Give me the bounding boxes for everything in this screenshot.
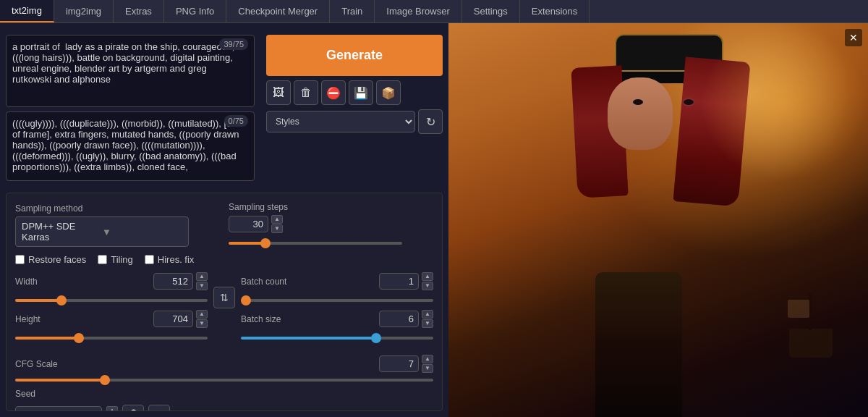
- cfg-scale-up[interactable]: ▲: [422, 355, 433, 363]
- height-input[interactable]: [153, 311, 193, 327]
- restore-faces-input[interactable]: [15, 255, 25, 264]
- sampling-steps-section: Sampling steps ▲ ▼: [229, 202, 433, 247]
- width-up[interactable]: ▲: [196, 272, 208, 281]
- restore-faces-checkbox[interactable]: Restore faces: [15, 254, 86, 265]
- save-button[interactable]: 💾: [349, 80, 373, 105]
- seed-up[interactable]: ▲: [106, 406, 118, 412]
- left-panel: 39/75 0/75 Generate 🖼 🗑 ⛔ 💾 📦: [0, 23, 448, 417]
- batch-section: Batch count ▲ ▼ Batch size: [241, 272, 433, 348]
- top-section: 39/75 0/75 Generate 🖼 🗑 ⛔ 💾 📦: [0, 29, 448, 187]
- nav-tabs: txt2img img2img Extras PNG Info Checkpoi…: [0, 0, 868, 23]
- interrupt-button[interactable]: ⛔: [321, 80, 346, 105]
- sampling-steps-slider-container: [229, 236, 433, 247]
- sampling-steps-slider[interactable]: [229, 242, 402, 245]
- batch-size-label: Batch size: [241, 314, 376, 324]
- styles-select[interactable]: Styles: [266, 111, 415, 132]
- batch-size-input-row: Batch size ▲ ▼: [241, 310, 433, 328]
- seed-input[interactable]: [15, 406, 102, 412]
- positive-prompt-counter: 39/75: [219, 38, 248, 50]
- tab-img2img[interactable]: img2img: [54, 0, 114, 22]
- tab-settings[interactable]: Settings: [462, 0, 520, 22]
- extra-label: Extra: [187, 410, 209, 412]
- hires-fix-input[interactable]: [145, 255, 154, 264]
- batch-count-input[interactable]: [379, 273, 419, 290]
- seed-recycle-button[interactable]: ♻: [148, 405, 170, 411]
- height-slider[interactable]: [15, 337, 208, 340]
- close-image-button[interactable]: ✕: [845, 29, 862, 46]
- tab-extras[interactable]: Extras: [114, 0, 164, 22]
- tab-checkpoint-merger[interactable]: Checkpoint Merger: [226, 0, 330, 22]
- positive-prompt-container: 39/75: [6, 35, 255, 107]
- tab-txt2img[interactable]: txt2img: [0, 0, 54, 22]
- sampling-steps-input[interactable]: [229, 216, 268, 232]
- seed-input-row: ▲ ▼ 🎲 ♻ Extra: [15, 405, 433, 411]
- negative-prompt-container: 0/75: [6, 111, 255, 181]
- height-down[interactable]: ▼: [196, 319, 208, 328]
- sampling-steps-up[interactable]: ▲: [271, 215, 283, 224]
- cfg-scale-input-row: CFG Scale ▲ ▼: [15, 355, 433, 373]
- width-spinners: ▲ ▼: [196, 272, 208, 290]
- negative-prompt-counter: 0/75: [224, 115, 248, 127]
- delete-button[interactable]: 🗑: [294, 80, 318, 105]
- batch-size-field: Batch size ▲ ▼: [241, 310, 433, 342]
- tiling-checkbox[interactable]: Tiling: [98, 254, 133, 265]
- width-input[interactable]: [153, 273, 193, 290]
- extra-checkbox[interactable]: Extra: [174, 410, 209, 412]
- width-label: Width: [15, 277, 150, 287]
- extra-input[interactable]: [174, 410, 184, 412]
- dimensions-row: Width ▲ ▼ Height: [15, 272, 433, 348]
- tab-image-browser[interactable]: Image Browser: [375, 0, 461, 22]
- settings-panel: Sampling method DPM++ SDE Karras ▼ Sampl…: [6, 193, 443, 411]
- sampling-steps-label: Sampling steps: [229, 202, 433, 212]
- positive-prompt-input[interactable]: [7, 35, 254, 101]
- sampling-method-section: Sampling method DPM++ SDE Karras ▼: [15, 203, 220, 247]
- negative-prompt-input[interactable]: [7, 112, 254, 174]
- checkboxes-row: Restore faces Tiling Hires. fix: [15, 254, 433, 265]
- sampling-steps-input-row: ▲ ▼: [229, 215, 433, 233]
- hires-fix-checkbox[interactable]: Hires. fix: [145, 254, 195, 265]
- batch-count-label: Batch count: [241, 277, 376, 287]
- tab-png-info[interactable]: PNG Info: [164, 0, 226, 22]
- batch-count-down[interactable]: ▼: [422, 282, 433, 290]
- toolbar-icons: 🖼 🗑 ⛔ 💾 📦: [266, 80, 443, 105]
- batch-size-up[interactable]: ▲: [422, 310, 433, 319]
- tab-train[interactable]: Train: [330, 0, 375, 22]
- sampling-steps-down[interactable]: ▼: [271, 224, 283, 233]
- styles-row: Styles ↻: [266, 109, 443, 134]
- batch-size-input[interactable]: [379, 311, 419, 327]
- sampling-method-select[interactable]: DPM++ SDE Karras ▼: [15, 216, 189, 247]
- cfg-scale-down[interactable]: ▼: [422, 364, 433, 373]
- refresh-styles-button[interactable]: ↻: [418, 109, 443, 134]
- batch-count-field: Batch count ▲ ▼: [241, 272, 433, 304]
- batch-size-slider[interactable]: [241, 337, 433, 340]
- swap-dimensions-button[interactable]: ⇅: [213, 287, 235, 308]
- batch-size-down[interactable]: ▼: [422, 319, 433, 328]
- restore-faces-label: Restore faces: [28, 254, 86, 265]
- width-input-row: Width ▲ ▼: [15, 272, 208, 290]
- height-input-row: Height ▲ ▼: [15, 310, 208, 328]
- zip-button[interactable]: 📦: [376, 80, 401, 105]
- batch-count-slider[interactable]: [241, 299, 433, 302]
- image-panel: ✕: [448, 23, 868, 417]
- tiling-input[interactable]: [98, 255, 107, 264]
- seed-spinners: ▲ ▼: [106, 406, 118, 412]
- height-up[interactable]: ▲: [196, 310, 208, 319]
- batch-size-spinners: ▲ ▼: [422, 310, 433, 328]
- cfg-scale-input[interactable]: [379, 355, 419, 372]
- dimensions-left: Width ▲ ▼ Height: [15, 272, 208, 348]
- seed-dice-button[interactable]: 🎲: [122, 405, 144, 411]
- batch-count-spinners: ▲ ▼: [422, 272, 433, 290]
- tab-extensions[interactable]: Extensions: [520, 0, 590, 22]
- height-field: Height ▲ ▼: [15, 310, 208, 342]
- right-toolbar: Generate 🖼 🗑 ⛔ 💾 📦 Styles ↻: [260, 29, 448, 187]
- generate-button[interactable]: Generate: [266, 35, 443, 76]
- seed-label: Seed: [15, 389, 433, 399]
- height-spinners: ▲ ▼: [196, 310, 208, 328]
- width-down[interactable]: ▼: [196, 282, 208, 290]
- prompts-area: 39/75 0/75: [0, 29, 260, 187]
- sampling-method-value: DPM++ SDE Karras: [22, 221, 102, 243]
- batch-count-up[interactable]: ▲: [422, 272, 433, 281]
- width-slider[interactable]: [15, 299, 208, 302]
- cfg-scale-slider[interactable]: [15, 379, 433, 382]
- send-img2img-button[interactable]: 🖼: [266, 80, 291, 105]
